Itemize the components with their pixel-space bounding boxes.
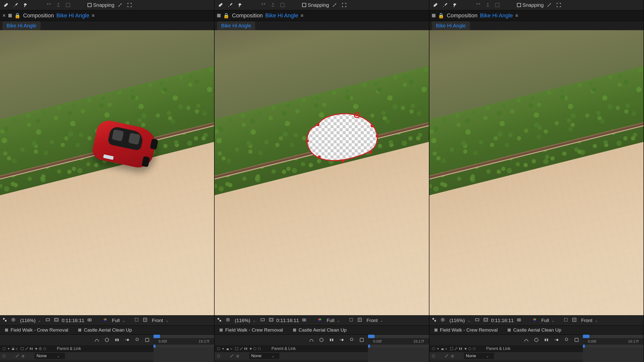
snapshot-icon[interactable]: [86, 318, 93, 323]
eraser-icon[interactable]: [431, 1, 439, 9]
layer-row[interactable]: @ None⌄: [429, 352, 583, 360]
safe-zones-icon[interactable]: [268, 318, 274, 323]
resolution-dropdown[interactable]: Full⌄: [540, 317, 556, 324]
motion-blur-icon[interactable]: [553, 336, 560, 344]
brush-icon[interactable]: [12, 1, 20, 9]
time-scrubber[interactable]: [368, 335, 429, 338]
timeline-tab-1[interactable]: Field Walk - Crew Removal: [220, 327, 283, 333]
layer-track[interactable]: [368, 348, 429, 362]
brush-icon[interactable]: [226, 1, 234, 9]
align-icon[interactable]: [45, 1, 53, 9]
switch-lock-icon[interactable]: [11, 347, 15, 351]
lock-icon[interactable]: 🔒: [223, 13, 229, 19]
pickwhip-icon[interactable]: @: [22, 354, 24, 357]
snap-bounds-icon[interactable]: [555, 1, 563, 9]
frame-blend-icon[interactable]: [543, 336, 550, 344]
mask-visibility-icon[interactable]: [10, 318, 17, 323]
region-icon[interactable]: [348, 318, 354, 323]
shy-icon[interactable]: [573, 336, 580, 344]
brush-icon[interactable]: [441, 1, 449, 9]
timecode[interactable]: 0:11:16:11: [491, 318, 514, 323]
region-icon[interactable]: [133, 318, 140, 323]
pin-icon[interactable]: [21, 1, 29, 9]
switch-collapse-icon[interactable]: [20, 347, 24, 351]
alpha-icon[interactable]: [431, 318, 437, 323]
timecode[interactable]: 0:11:16:11: [276, 318, 299, 323]
mask-visibility-icon[interactable]: [225, 318, 231, 323]
zoom-dropdown[interactable]: (116%)⌄: [448, 317, 472, 324]
snap-bounds-icon[interactable]: [340, 1, 348, 9]
graph-editor-icon[interactable]: [93, 336, 101, 344]
color-mgmt-icon[interactable]: [102, 318, 108, 323]
timeline-tab-1[interactable]: Field Walk - Crew Removal: [5, 327, 68, 333]
draft3d-icon[interactable]: [318, 336, 325, 344]
switch-fx-icon[interactable]: fx: [16, 347, 20, 351]
timecode[interactable]: 0:11:16:11: [62, 318, 84, 323]
active-comp-tab[interactable]: Bike Hi Angle: [217, 21, 255, 30]
layer-track[interactable]: [153, 348, 214, 362]
snapshot-icon[interactable]: [516, 318, 522, 323]
snap-collapse-icon[interactable]: [545, 1, 553, 9]
resolution-icon[interactable]: [45, 318, 51, 323]
mask-visibility-icon[interactable]: [439, 318, 446, 323]
camera-dropdown[interactable]: Front⌄: [365, 317, 385, 324]
camera-dropdown[interactable]: Front⌄: [580, 317, 599, 324]
layer-row[interactable]: @ None ⌄: [0, 352, 153, 360]
resolution-icon[interactable]: [259, 318, 266, 323]
zoom-dropdown[interactable]: (116%)⌄: [233, 317, 257, 324]
layer-track[interactable]: [583, 348, 643, 362]
panel-menu-icon[interactable]: ≡: [301, 13, 303, 18]
time-ruler[interactable]: 5:05f 15:17f: [153, 338, 214, 345]
resolution-dropdown[interactable]: Full ⌄: [110, 317, 127, 324]
timeline-tab-2[interactable]: Castle Aerial Clean Up: [293, 327, 347, 333]
draft3d-icon[interactable]: [103, 336, 111, 344]
transparency-grid-icon[interactable]: [571, 318, 578, 323]
viewport[interactable]: [215, 30, 429, 315]
align-icon[interactable]: [474, 1, 482, 9]
parent-dropdown[interactable]: None⌄: [249, 353, 280, 359]
brainstorm-icon[interactable]: [563, 336, 570, 344]
pin-icon[interactable]: [451, 1, 459, 9]
region-icon[interactable]: [562, 318, 569, 323]
lock-icon[interactable]: 🔒: [438, 13, 444, 19]
time-ruler[interactable]: 5:05f15:17f: [368, 338, 429, 345]
switch-frameblend-icon[interactable]: [29, 347, 33, 351]
motion-blur-icon[interactable]: [123, 336, 131, 344]
transparency-grid-icon[interactable]: [142, 318, 148, 323]
lock-icon[interactable]: 🔒: [14, 13, 21, 19]
graph-editor-icon[interactable]: [522, 336, 530, 344]
switch-motionblur-icon[interactable]: [34, 347, 38, 351]
panel-menu-icon[interactable]: ≡: [515, 13, 518, 18]
resolution-dropdown[interactable]: Full⌄: [325, 317, 341, 324]
align-icon[interactable]: [259, 1, 267, 9]
playhead-icon[interactable]: [153, 335, 160, 338]
snap-collapse-icon[interactable]: [116, 1, 124, 9]
timeline-tab-1[interactable]: Field Walk - Crew Removal: [434, 327, 498, 333]
transparency-grid-icon[interactable]: [356, 318, 363, 323]
anchor-icon[interactable]: [484, 1, 492, 9]
camera-dropdown[interactable]: Front ⌄: [150, 317, 170, 324]
switch-adjustment-icon[interactable]: [38, 347, 42, 351]
frame-blend-icon[interactable]: [113, 336, 121, 344]
switch-3d-icon[interactable]: [43, 347, 47, 351]
pickwhip-icon[interactable]: @: [236, 354, 239, 357]
alpha-icon[interactable]: [216, 318, 223, 323]
parent-dropdown[interactable]: None ⌄: [34, 353, 65, 359]
brainstorm-icon[interactable]: [348, 336, 355, 344]
panel-menu-icon[interactable]: ≡: [92, 13, 95, 18]
graph-editor-icon[interactable]: [308, 336, 315, 344]
motion-blur-icon[interactable]: [338, 336, 345, 344]
eraser-icon[interactable]: [2, 1, 10, 9]
work-area-bar[interactable]: [583, 345, 643, 348]
snap-bounds-icon[interactable]: [126, 1, 134, 9]
time-ruler[interactable]: 5:05f15:17f: [583, 338, 643, 345]
snapping-toggle[interactable]: Snapping: [88, 2, 114, 8]
viewport[interactable]: [429, 30, 643, 315]
time-scrubber[interactable]: [153, 335, 214, 338]
snap-collapse-icon[interactable]: [331, 1, 339, 9]
layer-row[interactable]: @ None⌄: [215, 352, 368, 360]
eraser-icon[interactable]: [217, 1, 225, 9]
timeline-tab-2[interactable]: Castle Aerial Clean Up: [78, 327, 132, 333]
draft3d-icon[interactable]: [533, 336, 540, 344]
parent-dropdown[interactable]: None⌄: [464, 353, 494, 359]
